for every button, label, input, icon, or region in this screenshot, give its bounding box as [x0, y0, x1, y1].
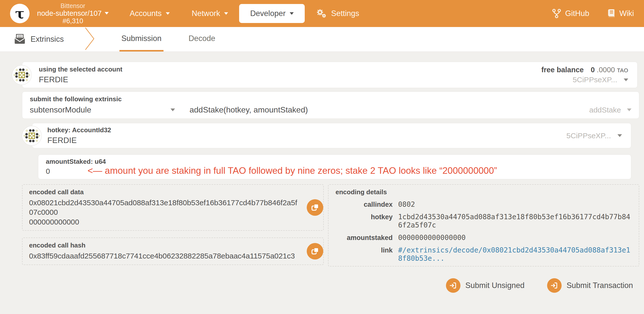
menu-network-label: Network: [192, 9, 220, 18]
hotkey-identicon: [22, 126, 42, 146]
submit-unsigned-label: Submit Unsigned: [465, 281, 525, 290]
encoded-call-hash-value: 0x83ff59cdaaafd255687718c7741cce4b062328…: [29, 251, 299, 261]
copy-call-hash-button[interactable]: [307, 243, 323, 260]
section-title: Extrinsics: [14, 27, 64, 52]
chevron-down-icon: [624, 78, 628, 81]
sign-in-icon: [547, 278, 562, 293]
hotkey-address-short: 5CiPPseXP...: [566, 132, 611, 140]
node-version: node-subtensor/107: [37, 9, 102, 17]
submit-transaction-label: Submit Transaction: [567, 281, 633, 290]
hotkey-account-select[interactable]: hotkey: AccountId32 FERDIE: [47, 126, 111, 145]
encoded-outputs: encoded call data 0x08021cbd2d43530a4470…: [22, 184, 639, 266]
amount-param-label: amountStaked: u64: [46, 158, 623, 166]
top-navbar: τ Bittensor node-subtensor/107 #6,310 Ac…: [0, 0, 644, 27]
copy-icon: [310, 247, 319, 256]
account-select-box: using the selected account FERDIE free b…: [22, 62, 637, 88]
menu-network[interactable]: Network: [181, 4, 239, 23]
extrinsic-label: submit the following extrinsic: [30, 95, 631, 103]
git-branch-icon: [552, 8, 561, 18]
callindex-label: callindex: [336, 201, 393, 208]
encoded-call-data-box: encoded call data 0x08021cbd2d43530a4470…: [22, 184, 324, 231]
module-dropdown[interactable]: subtensorModule: [30, 105, 175, 114]
chevron-down-icon: [290, 12, 294, 15]
tab-decode-label: Decode: [189, 34, 215, 43]
copy-icon: [310, 203, 319, 212]
breadcrumb-chevron: [84, 27, 95, 51]
encoding-row-link: link #/extrinsics/decode/0x08021cbd2d435…: [336, 246, 632, 262]
hotkey-hex-label: hotkey: [336, 213, 393, 221]
chevron-down-icon: [105, 12, 109, 14]
app-logo[interactable]: τ: [10, 4, 30, 23]
encoded-call-hash-label: encoded call hash: [29, 242, 299, 249]
chevron-down-icon: [627, 108, 631, 111]
balance-unit: TAO: [617, 67, 628, 74]
submit-unsigned-button[interactable]: Submit Unsigned: [444, 278, 526, 293]
copy-call-data-button[interactable]: [307, 199, 323, 216]
method-value-dropdown[interactable]: addStake: [589, 106, 631, 114]
method-name: addStake: [589, 106, 621, 114]
callindex-value: 0802: [398, 200, 415, 208]
menu-settings-label: Settings: [331, 9, 359, 18]
hotkey-hex-value: 1cbd2d43530a44705ad088af313e18f80b53ef16…: [398, 213, 632, 229]
amount-annotation: <— amount you are staking in full TAO fo…: [88, 166, 497, 176]
free-balance: free balance 0.0000 TAO: [541, 66, 628, 74]
decode-link[interactable]: #/extrinsics/decode/0x08021cbd2d43530a44…: [398, 246, 632, 262]
chain-name: Bittensor: [37, 2, 109, 9]
encoded-call-data-label: encoded call data: [29, 188, 299, 196]
external-links: GitHub Wiki: [552, 8, 634, 18]
account-select[interactable]: using the selected account FERDIE: [39, 66, 122, 84]
encoded-call-data-value: 0x08021cbd2d43530a44705ad088af313e18f80b…: [29, 198, 299, 227]
extrinsic-select-box: submit the following extrinsic subtensor…: [22, 92, 639, 119]
decode-link-label: link: [336, 246, 393, 254]
submit-transaction-button[interactable]: Submit Transaction: [546, 278, 634, 293]
main-menu: Accounts Network Developer Se: [119, 4, 370, 23]
account-name: FERDIE: [39, 75, 122, 84]
account-meta: free balance 0.0000 TAO 5CiPPseXP...: [541, 66, 628, 84]
balance-decimals: .0000: [597, 66, 615, 74]
network-selector[interactable]: Bittensor node-subtensor/107 #6,310: [37, 2, 109, 25]
chevron-down-icon: [617, 134, 622, 137]
hotkey-address-dropdown[interactable]: 5CiPPseXP...: [566, 132, 622, 140]
menu-settings[interactable]: Settings: [305, 4, 370, 23]
encoding-row-amountstaked: amountstaked 0000000000000000: [336, 234, 632, 242]
page-content: using the selected account FERDIE free b…: [0, 52, 644, 293]
gears-icon: [316, 8, 327, 19]
account-identicon: [12, 65, 32, 85]
balance-integer: 0: [591, 66, 595, 74]
extrinsics-envelope-icon: [14, 34, 26, 44]
book-icon: [607, 9, 615, 18]
encoding-details-box: encoding details callindex 0802 hotkey 1…: [328, 184, 639, 266]
account-address-dropdown[interactable]: 5CiPPseXP...: [573, 76, 628, 84]
menu-developer[interactable]: Developer: [239, 4, 304, 23]
block-number: #6,310: [37, 17, 109, 25]
encoding-row-callindex: callindex 0802: [336, 200, 632, 208]
module-name: subtensorModule: [30, 105, 91, 114]
account-address-short: 5CiPPseXP...: [573, 76, 617, 84]
amountstaked-hex-label: amountstaked: [336, 234, 393, 242]
github-link[interactable]: GitHub: [552, 8, 589, 18]
encoding-row-hotkey: hotkey 1cbd2d43530a44705ad088af313e18f80…: [336, 213, 632, 229]
amount-input[interactable]: 0: [46, 167, 50, 176]
method-dropdown[interactable]: addStake(hotkey, amountStaked): [190, 105, 308, 114]
tab-decode[interactable]: Decode: [187, 27, 217, 52]
sign-in-icon: [446, 278, 460, 293]
method-signature: addStake(hotkey, amountStaked): [190, 105, 308, 114]
hotkey-param-box: hotkey: AccountId32 FERDIE 5CiPPseXP...: [32, 123, 631, 148]
wiki-link[interactable]: Wiki: [607, 9, 634, 18]
encoded-call-hash-box: encoded call hash 0x83ff59cdaaafd2556877…: [22, 238, 324, 265]
menu-developer-label: Developer: [250, 9, 285, 18]
tab-bar: Extrinsics Submission Decode: [0, 27, 644, 52]
tab-submission[interactable]: Submission: [119, 27, 164, 52]
encoding-details-title: encoding details: [336, 188, 632, 196]
logo-tau-glyph: τ: [15, 5, 25, 22]
account-select-label: using the selected account: [39, 66, 122, 73]
tabs: Submission Decode: [108, 27, 229, 52]
wiki-link-label: Wiki: [619, 9, 634, 18]
hotkey-account-name: FERDIE: [47, 136, 111, 145]
chevron-down-icon: [166, 12, 170, 15]
amountstaked-hex-value: 0000000000000000: [398, 234, 466, 242]
amount-param-box: amountStaked: u64 0 <— amount you are st…: [38, 154, 631, 179]
menu-accounts[interactable]: Accounts: [119, 4, 181, 23]
extrinsic-params: hotkey: AccountId32 FERDIE 5CiPPseXP... …: [32, 123, 631, 179]
hotkey-param-label: hotkey: AccountId32: [47, 126, 111, 134]
